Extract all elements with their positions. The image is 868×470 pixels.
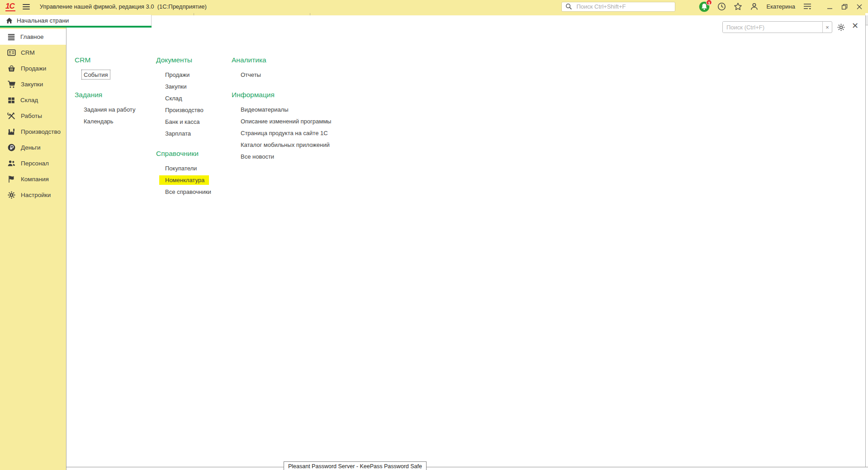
sidebar-item-label: CRM: [21, 49, 35, 56]
menu-link-vse-novosti[interactable]: Все новости: [241, 150, 274, 162]
sidebar-item-label: Продажи: [21, 65, 46, 72]
title-bar: 1С Управление нашей фирмой, редакция 3.0…: [0, 0, 868, 13]
gear-icon: [837, 23, 845, 32]
menu-link-opisanie-izmeneniy[interactable]: Описание изменений программы: [241, 115, 331, 127]
clock-icon: [717, 2, 726, 11]
tab-separator: [310, 13, 310, 15]
favorites-button[interactable]: [734, 2, 742, 11]
tools-icon: [7, 112, 16, 120]
app-title: Управление нашей фирмой, редакция 3.0 (1…: [40, 3, 207, 10]
section-title-catalogs: Справочники: [156, 148, 211, 160]
menu-link-nomenklatura[interactable]: Номенклатура: [165, 174, 204, 186]
1c-logo: 1С: [5, 2, 15, 11]
content-search-input[interactable]: [723, 22, 822, 33]
sidebar-item-label: Деньги: [21, 144, 41, 151]
star-icon: [734, 2, 742, 11]
taskbar-tooltip: Pleasant Password Server - KeePass Passw…: [284, 461, 427, 470]
sidebar-item-raboty[interactable]: Работы: [0, 108, 66, 124]
sidebar-item-label: Главное: [20, 33, 44, 40]
sidebar-item-label: Склад: [20, 97, 38, 103]
global-search[interactable]: [561, 2, 675, 12]
sidebar-item-proizvodstvo[interactable]: Производство: [0, 124, 66, 140]
main-menu-icon[interactable]: [23, 3, 30, 11]
sidebar-item-crm[interactable]: CRM: [0, 45, 66, 61]
service-menu-icon: [803, 3, 812, 10]
menu-link-zadaniya-na-rabotu[interactable]: Задания на работу: [84, 103, 135, 115]
section-title-analytics: Аналитика: [232, 54, 331, 66]
boxes-icon: [7, 96, 15, 104]
cart-icon: [7, 80, 16, 89]
section-title-information: Информация: [232, 89, 331, 101]
menu-column-2: Документы Продажи Закупки Склад Производ…: [156, 54, 211, 197]
gear-icon: [7, 191, 16, 199]
tab-home-page[interactable]: Начальная страни: [0, 15, 152, 26]
menu-link-bank-i-kassa[interactable]: Банк и касса: [165, 116, 200, 127]
basket-icon: [7, 64, 16, 73]
flag-icon: [7, 175, 16, 183]
service-menu-button[interactable]: [803, 3, 812, 10]
sidebar-item-prodazhi[interactable]: Продажи: [0, 61, 66, 76]
history-button[interactable]: [717, 2, 726, 11]
notification-badge: 1: [706, 0, 712, 5]
section-title-documents: Документы: [156, 54, 211, 66]
tab-home-label: Начальная страни: [17, 17, 69, 24]
menu-link-zakupki[interactable]: Закупки: [165, 80, 186, 92]
section-title-tasks: Задания: [75, 89, 135, 101]
sidebar-item-nastroyki[interactable]: Настройки: [0, 187, 66, 203]
menu-column-1: CRM События Задания Задания на работу Ка…: [75, 54, 135, 127]
menu-link-sklad[interactable]: Склад: [165, 92, 182, 104]
sidebar-item-dengi[interactable]: Деньги: [0, 140, 66, 155]
restore-button[interactable]: [841, 4, 848, 10]
sidebar-item-label: Компания: [21, 176, 49, 183]
sidebar-item-label: Работы: [21, 113, 42, 119]
home-icon: [6, 17, 13, 24]
sidebar-item-label: Настройки: [21, 192, 51, 198]
menu-link-otchety[interactable]: Отчеты: [241, 69, 261, 80]
content-bottom-border: [66, 467, 868, 467]
restore-icon: [841, 4, 848, 10]
sidebar-item-personal[interactable]: Персонал: [0, 155, 66, 171]
close-page-button[interactable]: ✕: [852, 21, 859, 30]
menu-link-sobytiya[interactable]: События: [84, 69, 108, 80]
menu-link-pokupateli[interactable]: Покупатели: [165, 162, 197, 174]
close-window-button[interactable]: [856, 4, 863, 10]
menu-link-proizvodstvo[interactable]: Производство: [165, 104, 204, 116]
tab-separator: [194, 13, 194, 15]
user-button[interactable]: [750, 2, 759, 11]
user-icon: [750, 2, 759, 11]
menu-column-3: Аналитика Отчеты Информация Видеоматериа…: [232, 54, 331, 162]
user-name[interactable]: Екатерина: [766, 3, 795, 10]
minimize-button[interactable]: [827, 4, 833, 9]
sidebar-item-sklad[interactable]: Склад: [0, 92, 66, 108]
ruble-coin-icon: [7, 143, 16, 152]
content-right-border: [865, 15, 866, 467]
sidebar: Главное CRM Продажи Закупки Склад: [0, 28, 66, 470]
minimize-icon: [827, 4, 833, 9]
sidebar-item-label: Закупки: [21, 81, 43, 88]
close-icon: [856, 4, 863, 10]
sidebar-right-border: [66, 28, 66, 470]
sidebar-item-glavnoe[interactable]: Главное: [0, 29, 66, 45]
contact-card-icon: [7, 48, 16, 57]
menu-link-zarplata[interactable]: Зарплата: [165, 127, 191, 139]
sidebar-item-label: Персонал: [21, 160, 49, 167]
search-icon: [565, 3, 572, 10]
sidebar-item-kompaniya[interactable]: Компания: [0, 171, 66, 187]
menu-link-videomaterialy[interactable]: Видеоматериалы: [241, 103, 289, 115]
menu-link-prodazhi[interactable]: Продажи: [165, 69, 190, 80]
form-settings-button[interactable]: [837, 23, 845, 32]
content-search[interactable]: ×: [722, 21, 832, 33]
menu-icon: [7, 33, 15, 41]
menu-link-vse-spravochniki[interactable]: Все справочники: [165, 186, 211, 197]
menu-link-katalog-prilozheniy[interactable]: Каталог мобильных приложений: [241, 139, 330, 150]
scrollbar-top-cap: [866, 15, 868, 25]
menu-link-stranica-produkta[interactable]: Страница продукта на сайте 1С: [241, 127, 328, 139]
section-title-crm: CRM: [75, 54, 135, 66]
global-search-input[interactable]: [575, 3, 671, 10]
notifications-button[interactable]: 1: [699, 1, 710, 12]
menu-link-kalendar[interactable]: Календарь: [84, 115, 114, 127]
people-icon: [7, 159, 16, 168]
clear-search-button[interactable]: ×: [822, 22, 832, 33]
sidebar-item-label: Производство: [21, 128, 61, 135]
sidebar-item-zakupki[interactable]: Закупки: [0, 76, 66, 92]
